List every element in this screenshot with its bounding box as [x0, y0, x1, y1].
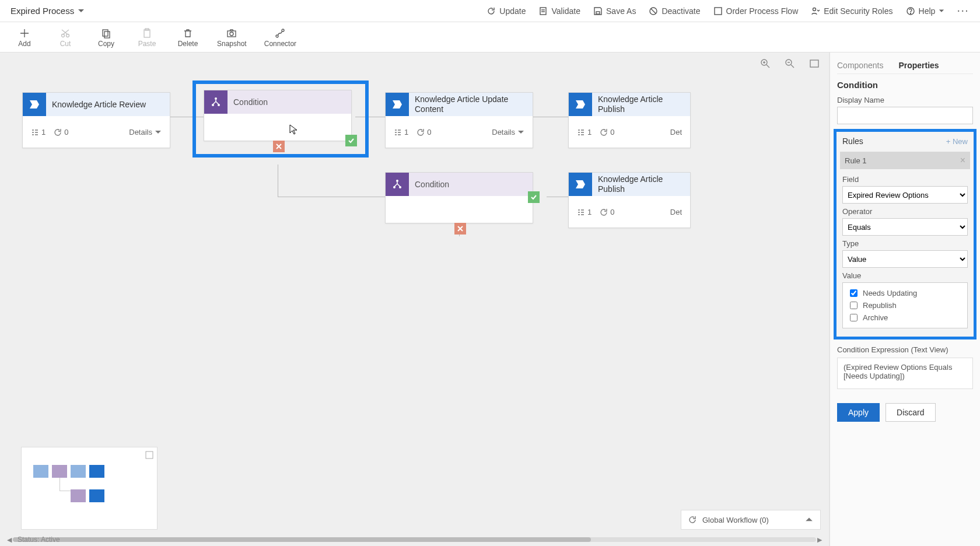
details-toggle[interactable]: Details: [129, 128, 162, 136]
svg-rect-0: [540, 8, 546, 15]
stage-title: Knowledge Article Update Content: [409, 93, 533, 116]
save-as-icon: [593, 6, 603, 16]
steps-count: 1: [577, 128, 592, 136]
value-option-needs-updating[interactable]: Needs Updating: [848, 288, 963, 299]
svg-point-15: [276, 35, 278, 37]
copy-icon: [101, 28, 111, 38]
tab-properties[interactable]: Properties: [898, 57, 939, 74]
apply-button[interactable]: Apply: [837, 403, 880, 422]
svg-point-23: [396, 180, 398, 182]
new-rule-button[interactable]: + New: [946, 137, 968, 146]
chevron-down-icon: [78, 8, 85, 15]
type-select[interactable]: Value: [842, 250, 968, 268]
field-label: Field: [842, 175, 968, 184]
svg-point-25: [399, 186, 401, 188]
stage-title: Knowledge Article Review: [46, 93, 170, 116]
value-label: Value: [842, 271, 968, 280]
steps-count: 1: [577, 208, 592, 216]
fit-screen-icon: [809, 58, 820, 69]
zoom-in-icon: [760, 58, 771, 69]
zoom-in-button[interactable]: [759, 57, 772, 70]
cut-tool[interactable]: Cut: [54, 28, 77, 48]
operator-label: Operator: [842, 207, 968, 216]
stage-node[interactable]: Knowledge Article Publish 1 0 Det: [568, 172, 691, 228]
validate-icon: [538, 6, 548, 16]
condition-title: Condition: [228, 90, 351, 114]
delete-icon: [183, 28, 193, 38]
refresh-icon: [487, 6, 496, 16]
svg-rect-11: [144, 30, 150, 37]
scrollbar-thumb[interactable]: [13, 537, 591, 542]
paste-tool[interactable]: Paste: [135, 28, 159, 48]
deactivate-button[interactable]: Deactivate: [649, 6, 700, 16]
stage-title: Knowledge Article Publish: [592, 93, 690, 116]
details-toggle[interactable]: Det: [670, 128, 682, 136]
fit-screen-button[interactable]: [808, 57, 821, 70]
svg-rect-19: [810, 60, 818, 67]
details-toggle[interactable]: Det: [670, 208, 682, 216]
scroll-left-icon[interactable]: ◀: [6, 536, 13, 544]
display-name-label: Display Name: [837, 96, 973, 104]
validate-button[interactable]: Validate: [538, 6, 580, 16]
value-option-republish[interactable]: Republish: [848, 300, 963, 311]
minimap[interactable]: [21, 447, 158, 530]
stage-icon: [575, 178, 586, 190]
more-actions-button[interactable]: ···: [957, 6, 970, 16]
stage-icon: [29, 99, 40, 110]
rule-header[interactable]: Rule 1 ×: [840, 152, 970, 169]
process-name-dropdown[interactable]: Expired Process: [10, 6, 85, 16]
zoom-out-button[interactable]: [783, 57, 796, 70]
field-select[interactable]: Expired Review Options: [842, 186, 968, 204]
details-toggle[interactable]: Details: [492, 128, 524, 136]
help-icon: [906, 6, 915, 16]
operator-select[interactable]: Equals: [842, 218, 968, 236]
global-workflow-label: Global Workflow (0): [702, 516, 769, 524]
condition-title: Condition: [409, 173, 533, 196]
chevron-up-icon: [805, 516, 813, 524]
svg-rect-1: [596, 12, 600, 14]
cycles-count: 0: [600, 208, 614, 216]
steps-count: 1: [394, 128, 408, 136]
help-button[interactable]: Help: [906, 6, 945, 16]
security-roles-icon: [811, 6, 820, 16]
condition-node[interactable]: Condition: [204, 90, 352, 141]
delete-tool[interactable]: Delete: [176, 28, 200, 48]
horizontal-scrollbar[interactable]: ◀ ▶: [6, 536, 823, 544]
svg-point-8: [66, 34, 69, 37]
save-as-button[interactable]: Save As: [593, 6, 636, 16]
condition-node[interactable]: Condition: [385, 172, 533, 223]
process-name-label: Expired Process: [10, 6, 74, 16]
svg-rect-3: [715, 8, 722, 15]
stage-node[interactable]: Knowledge Article Publish 1 0 Det: [568, 92, 691, 148]
stage-node[interactable]: Knowledge Article Review 1 0 Details: [22, 92, 170, 148]
update-button[interactable]: Update: [487, 6, 526, 16]
stage-icon: [575, 99, 586, 110]
value-options: Needs Updating Republish Archive: [842, 282, 968, 328]
expression-text: (Expired Review Options Equals [Needs Up…: [837, 358, 973, 389]
edit-security-roles-button[interactable]: Edit Security Roles: [811, 6, 892, 16]
stage-node[interactable]: Knowledge Article Update Content 1 0 Det…: [385, 92, 533, 148]
tab-components[interactable]: Components: [837, 57, 883, 74]
add-tool[interactable]: Add: [13, 28, 36, 48]
svg-point-4: [813, 8, 816, 10]
global-workflow-panel[interactable]: Global Workflow (0): [681, 510, 821, 530]
svg-point-7: [62, 34, 65, 37]
expand-icon[interactable]: [145, 451, 153, 459]
svg-point-6: [910, 13, 911, 13]
snapshot-tool[interactable]: Snapshot: [217, 28, 247, 48]
type-label: Type: [842, 239, 968, 248]
chevron-down-icon: [939, 8, 944, 14]
copy-tool[interactable]: Copy: [94, 28, 118, 48]
discard-button[interactable]: Discard: [886, 403, 935, 422]
value-option-archive[interactable]: Archive: [848, 312, 963, 323]
condition-icon: [392, 179, 402, 190]
deactivate-icon: [649, 6, 658, 16]
order-process-flow-button[interactable]: Order Process Flow: [713, 6, 799, 16]
close-rule-icon[interactable]: ×: [960, 155, 965, 166]
connector-tool[interactable]: Connector: [264, 28, 296, 48]
svg-rect-9: [103, 30, 108, 36]
order-icon: [713, 6, 723, 16]
scroll-right-icon[interactable]: ▶: [816, 536, 823, 544]
display-name-input[interactable]: [837, 107, 973, 124]
condition-false-icon: [454, 223, 466, 235]
